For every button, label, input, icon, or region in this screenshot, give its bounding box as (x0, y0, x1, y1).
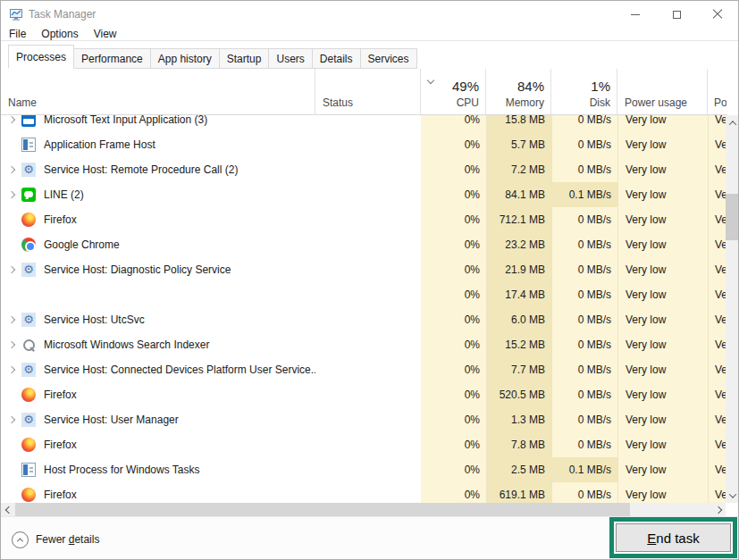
process-name: Service Host: Connected Devices Platform… (44, 364, 315, 376)
column-header-disk[interactable]: 1% Disk (551, 69, 617, 114)
expand-chevron-icon[interactable] (5, 117, 18, 122)
column-header-status[interactable]: Status (315, 69, 421, 114)
memory-cell: 84.1 MB (486, 182, 551, 207)
collapse-circle-icon (12, 531, 29, 548)
process-row[interactable]: Service Host: User Manager 0% 1.3 MB 0 M… (1, 407, 726, 432)
memory-cell: 23.2 MB (486, 232, 551, 257)
maximize-button[interactable] (656, 1, 697, 28)
name-cell: Microsoft Windows Search Indexer (1, 332, 315, 357)
chevron-right-icon (714, 506, 721, 513)
process-name: LINE (2) (44, 188, 84, 201)
cpu-total-percent: 49% (428, 79, 479, 94)
expand-chevron-icon[interactable] (5, 317, 18, 322)
scroll-right-button[interactable] (710, 503, 726, 516)
tab-app-history[interactable]: App history (150, 48, 220, 69)
tab-bar: ProcessesPerformanceApp historyStartupUs… (8, 47, 417, 69)
disk-cell: 0 MB/s (551, 282, 617, 307)
process-row[interactable]: Service Host: Diagnostic Policy Service … (1, 257, 726, 282)
process-row[interactable]: LINE (2) 0% 84.1 MB 0.1 MB/s Very low Ve (1, 182, 726, 207)
power-trend-cell: Ve (708, 132, 726, 157)
status-cell (315, 432, 421, 457)
tab-startup[interactable]: Startup (219, 48, 270, 69)
window-controls (615, 1, 738, 28)
column-header-power-usage-trend[interactable]: Pow (708, 69, 726, 114)
power-trend-cell: Ve (708, 257, 726, 282)
power-usage-cell: Very low (617, 157, 708, 182)
expand-chevron-icon[interactable] (5, 342, 18, 347)
disk-cell: 0 MB/s (551, 232, 617, 257)
process-row[interactable]: Host Process for Windows Tasks 0% 2.5 MB… (1, 457, 726, 482)
process-row[interactable]: Service Host: Remote Procedure Call (2) … (1, 157, 726, 182)
horizontal-scrollbar-thumb[interactable] (15, 503, 630, 516)
status-cell (315, 157, 421, 182)
expand-chevron-icon[interactable] (5, 367, 18, 372)
power-trend-cell: Ve (708, 115, 726, 132)
process-row[interactable]: Microsoft Text Input Application (3) 0% … (1, 115, 726, 132)
power-trend-cell: Ve (708, 357, 726, 382)
text-input-icon (21, 115, 36, 127)
process-row[interactable]: Microsoft Windows Search Indexer 0% 15.2… (1, 332, 726, 357)
name-cell: Firefox (1, 432, 315, 457)
process-row[interactable]: Firefox 0% 520.5 MB 0 MB/s Very low Ve (1, 382, 726, 407)
minimize-button[interactable] (615, 1, 656, 28)
memory-cell: 2.5 MB (486, 457, 551, 482)
column-header-memory[interactable]: 84% Memory (486, 69, 551, 114)
process-row[interactable]: Service Host: UtcSvc 0% 6.0 MB 0 MB/s Ve… (1, 307, 726, 332)
scroll-left-button[interactable] (1, 503, 16, 516)
process-name: Host Process for Windows Tasks (44, 464, 200, 476)
process-row[interactable]: Service Host: Connected Devices Platform… (1, 357, 726, 382)
process-row[interactable]: Application Frame Host 0% 5.7 MB 0 MB/s … (1, 132, 726, 157)
power-usage-cell: Very low (617, 307, 708, 332)
scroll-down-button[interactable] (726, 488, 739, 503)
column-header-cpu[interactable]: 49% CPU (421, 69, 486, 114)
tab-processes[interactable]: Processes (8, 45, 74, 69)
task-manager-window: Task Manager FileOptionsView ProcessesPe… (0, 0, 739, 560)
firefox-icon (21, 438, 36, 452)
power-trend-cell: Ve (708, 382, 726, 407)
process-row[interactable]: Firefox 0% 712.1 MB 0 MB/s Very low Ve (1, 207, 726, 232)
firefox-icon (21, 388, 36, 402)
status-cell (315, 115, 421, 132)
power-usage-cell: Very low (617, 482, 708, 503)
tab-services[interactable]: Services (360, 48, 417, 69)
status-cell (315, 232, 421, 257)
status-cell (315, 382, 421, 407)
power-usage-cell: Very low (617, 232, 708, 257)
fewer-details-button[interactable]: Fewer details (12, 531, 99, 548)
close-button[interactable] (697, 1, 738, 28)
power-usage-cell: Very low (617, 182, 708, 207)
column-header-name[interactable]: Name (1, 69, 315, 114)
process-name: Google Chrome (44, 238, 120, 251)
name-cell (1, 282, 315, 307)
expand-chevron-icon[interactable] (5, 192, 18, 197)
column-header-power-usage[interactable]: Power usage (617, 69, 708, 114)
name-cell: Microsoft Text Input Application (3) (1, 115, 315, 132)
expand-chevron-icon[interactable] (5, 267, 18, 272)
process-row[interactable]: 0% 17.4 MB 0 MB/s Very low Ve (1, 282, 726, 307)
vertical-scrollbar-thumb[interactable] (726, 194, 739, 240)
service-icon (21, 163, 36, 177)
cpu-cell: 0% (421, 115, 486, 132)
name-cell: Firefox (1, 382, 315, 407)
process-row[interactable]: Google Chrome 0% 23.2 MB 0 MB/s Very low… (1, 232, 726, 257)
scroll-up-button[interactable] (726, 115, 739, 130)
power-trend-cell: Ve (708, 407, 726, 432)
tab-performance[interactable]: Performance (73, 48, 151, 69)
process-row[interactable]: Firefox 0% 619.1 MB 0 MB/s Very low Ve (1, 482, 726, 503)
expand-chevron-icon[interactable] (5, 417, 18, 422)
disk-cell: 0 MB/s (551, 482, 617, 503)
name-cell: Firefox (1, 207, 315, 232)
name-cell: LINE (2) (1, 182, 315, 207)
horizontal-scrollbar (1, 503, 726, 516)
power-usage-cell: Very low (617, 407, 708, 432)
power-usage-cell: Very low (617, 132, 708, 157)
disk-cell: 0 MB/s (551, 132, 617, 157)
tab-users[interactable]: Users (268, 48, 312, 69)
expand-chevron-icon[interactable] (5, 167, 18, 172)
power-usage-cell: Very low (617, 457, 708, 482)
process-row[interactable]: Firefox 0% 7.8 MB 0 MB/s Very low Ve (1, 432, 726, 457)
end-task-button[interactable]: End task (616, 523, 731, 552)
tab-details[interactable]: Details (312, 48, 361, 69)
memory-cell: 15.8 MB (486, 115, 551, 132)
vertical-scrollbar (726, 115, 739, 503)
